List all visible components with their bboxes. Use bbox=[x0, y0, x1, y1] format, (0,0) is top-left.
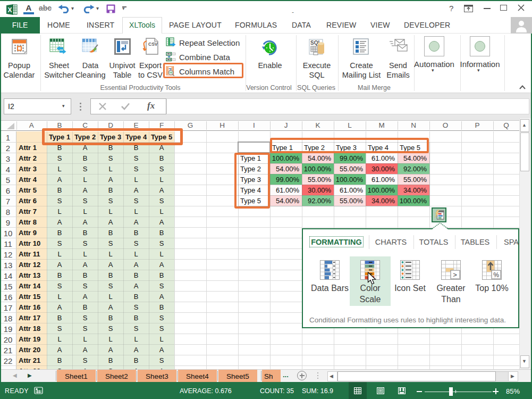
svg-text:%: % bbox=[493, 271, 499, 279]
svg-text:>: > bbox=[453, 271, 457, 279]
svg-text:X: X bbox=[7, 6, 12, 14]
svg-text:CSV: CSV bbox=[148, 41, 158, 47]
